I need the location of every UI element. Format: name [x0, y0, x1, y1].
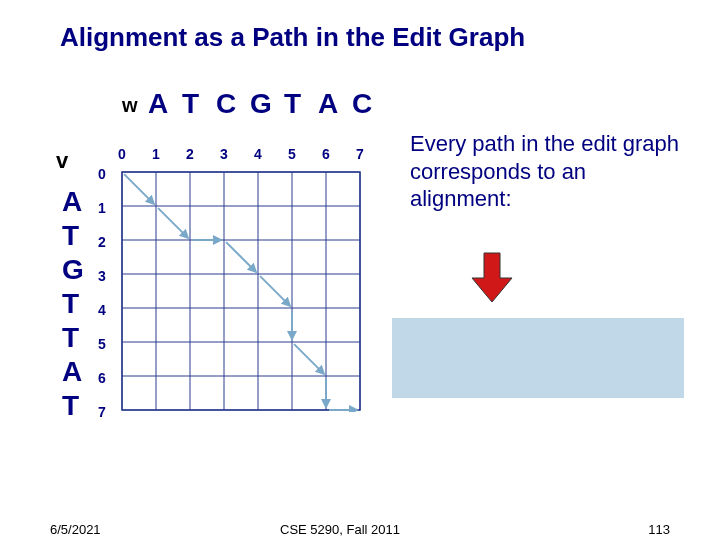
- footer-page-number: 113: [648, 522, 670, 537]
- w-letter: C: [216, 88, 236, 120]
- svg-line-18: [124, 174, 154, 204]
- v-letter: T: [62, 390, 79, 422]
- svg-line-24: [294, 344, 324, 374]
- w-letter: T: [284, 88, 301, 120]
- row-num: 2: [98, 234, 106, 250]
- v-letter: A: [62, 356, 82, 388]
- w-letter: G: [250, 88, 272, 120]
- v-letter: T: [62, 220, 79, 252]
- row-num: 5: [98, 336, 106, 352]
- col-num: 6: [322, 146, 330, 162]
- w-axis-label: w: [122, 94, 138, 117]
- footer-date: 6/5/2021: [50, 522, 101, 537]
- row-num: 1: [98, 200, 106, 216]
- row-num: 7: [98, 404, 106, 420]
- col-num: 7: [356, 146, 364, 162]
- col-num: 1: [152, 146, 160, 162]
- svg-line-21: [226, 242, 256, 272]
- v-axis-label: v: [56, 148, 68, 174]
- svg-line-22: [260, 276, 290, 306]
- svg-line-19: [158, 208, 188, 238]
- slide-title: Alignment as a Path in the Edit Graph: [60, 22, 680, 53]
- row-num: 4: [98, 302, 106, 318]
- row-num: 0: [98, 166, 106, 182]
- col-num: 2: [186, 146, 194, 162]
- v-letter: T: [62, 322, 79, 354]
- col-num: 4: [254, 146, 262, 162]
- down-arrow-icon: [470, 250, 514, 310]
- col-num: 3: [220, 146, 228, 162]
- svg-rect-17: [122, 172, 360, 410]
- alignment-placeholder-box: [392, 318, 684, 398]
- edit-graph: w v A T C G T A C 0 1 2 3 4 5 6 7 A T G …: [50, 90, 380, 490]
- w-letter: A: [318, 88, 338, 120]
- row-num: 3: [98, 268, 106, 284]
- svg-marker-0: [472, 253, 512, 302]
- col-num: 0: [118, 146, 126, 162]
- edit-graph-grid: [120, 170, 362, 412]
- row-num: 6: [98, 370, 106, 386]
- w-letter: C: [352, 88, 372, 120]
- w-letter: A: [148, 88, 168, 120]
- v-letter: G: [62, 254, 84, 286]
- col-num: 5: [288, 146, 296, 162]
- body-text: Every path in the edit graph corresponds…: [410, 130, 680, 213]
- v-letter: T: [62, 288, 79, 320]
- w-letter: T: [182, 88, 199, 120]
- v-letter: A: [62, 186, 82, 218]
- footer-course: CSE 5290, Fall 2011: [280, 522, 400, 537]
